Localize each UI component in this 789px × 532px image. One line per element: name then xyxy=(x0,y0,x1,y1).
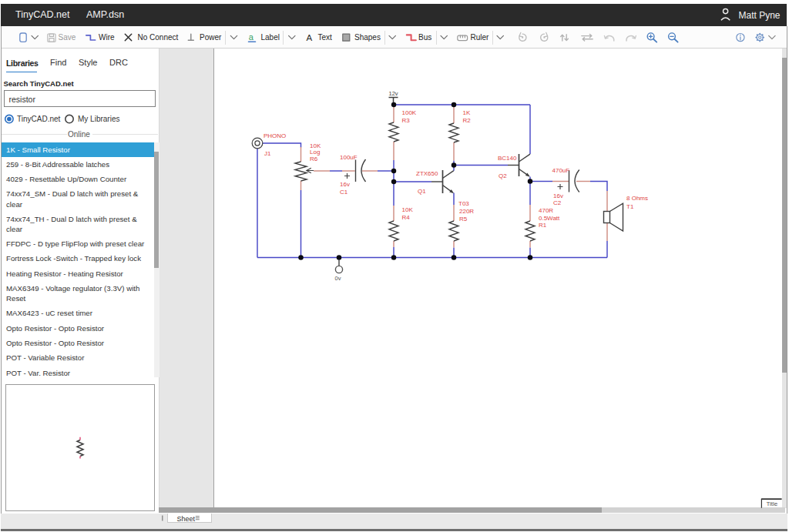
svg-text:R3: R3 xyxy=(402,117,411,124)
svg-text:R4: R4 xyxy=(402,214,411,221)
svg-text:A: A xyxy=(307,33,313,42)
svg-text:R5: R5 xyxy=(459,216,468,223)
svg-text:470uF: 470uF xyxy=(552,167,570,174)
svg-text:470R: 470R xyxy=(539,207,553,214)
svg-text:16v: 16v xyxy=(340,181,350,188)
svg-text:0.5Watt: 0.5Watt xyxy=(539,215,560,222)
svg-text:T03: T03 xyxy=(458,200,469,207)
svg-text:100uF: 100uF xyxy=(340,154,358,161)
svg-text:Q2: Q2 xyxy=(499,172,507,179)
svg-text:8 Ohms: 8 Ohms xyxy=(626,195,648,202)
svg-text:C2: C2 xyxy=(553,199,562,206)
svg-text:a: a xyxy=(249,32,254,42)
svg-text:J1: J1 xyxy=(264,150,271,157)
svg-text:PHONO: PHONO xyxy=(264,132,286,139)
svg-text:BC140: BC140 xyxy=(498,155,517,162)
svg-text:100K: 100K xyxy=(402,109,417,116)
svg-text:C1: C1 xyxy=(340,189,348,196)
svg-text:16v: 16v xyxy=(553,192,563,199)
svg-text:1K: 1K xyxy=(463,109,471,116)
svg-text:220R: 220R xyxy=(459,208,474,215)
svg-text:R1: R1 xyxy=(539,222,547,229)
svg-text:R2: R2 xyxy=(463,117,472,124)
svg-text:0v: 0v xyxy=(335,275,341,282)
svg-text:ZTX650: ZTX650 xyxy=(416,170,438,177)
svg-text:12v: 12v xyxy=(389,90,398,97)
svg-text:10K: 10K xyxy=(402,206,414,213)
svg-text:Q1: Q1 xyxy=(418,188,426,195)
svg-text:Title: Title xyxy=(767,500,778,507)
svg-text:R6: R6 xyxy=(310,156,318,162)
svg-text:T1: T1 xyxy=(626,203,634,210)
